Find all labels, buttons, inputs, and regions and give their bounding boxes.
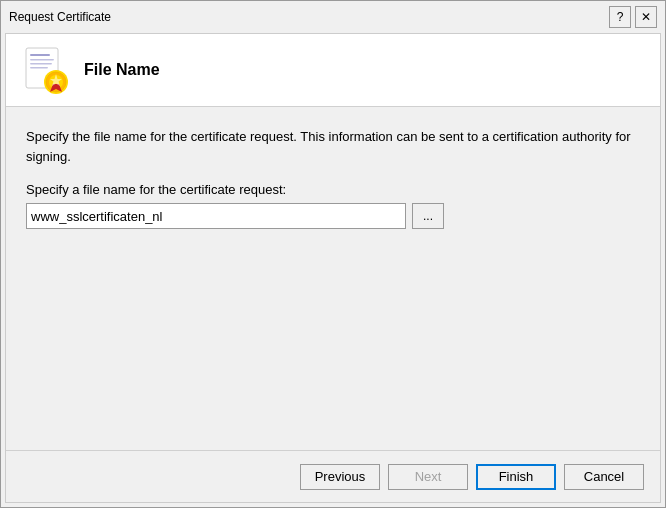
- svg-rect-3: [30, 63, 52, 65]
- help-button[interactable]: ?: [609, 6, 631, 28]
- input-label: Specify a file name for the certificate …: [26, 182, 640, 197]
- certificate-icon: [22, 46, 70, 94]
- body-section: Specify the file name for the certificat…: [6, 107, 660, 450]
- filename-input[interactable]: [26, 203, 406, 229]
- svg-rect-4: [30, 67, 48, 69]
- title-bar: Request Certificate ? ✕: [1, 1, 665, 33]
- cancel-button[interactable]: Cancel: [564, 464, 644, 490]
- close-button[interactable]: ✕: [635, 6, 657, 28]
- page-title: File Name: [84, 61, 160, 79]
- header-section: File Name: [6, 34, 660, 107]
- svg-rect-2: [30, 59, 54, 61]
- finish-button[interactable]: Finish: [476, 464, 556, 490]
- dialog-content: File Name Specify the file name for the …: [5, 33, 661, 503]
- svg-rect-1: [30, 54, 50, 56]
- previous-button[interactable]: Previous: [300, 464, 380, 490]
- next-button[interactable]: Next: [388, 464, 468, 490]
- request-certificate-dialog: Request Certificate ? ✕: [0, 0, 666, 508]
- browse-button[interactable]: ...: [412, 203, 444, 229]
- dialog-title: Request Certificate: [9, 10, 111, 24]
- input-row: ...: [26, 203, 640, 229]
- title-bar-controls: ? ✕: [609, 6, 657, 28]
- description-text: Specify the file name for the certificat…: [26, 127, 640, 166]
- footer-section: Previous Next Finish Cancel: [6, 450, 660, 502]
